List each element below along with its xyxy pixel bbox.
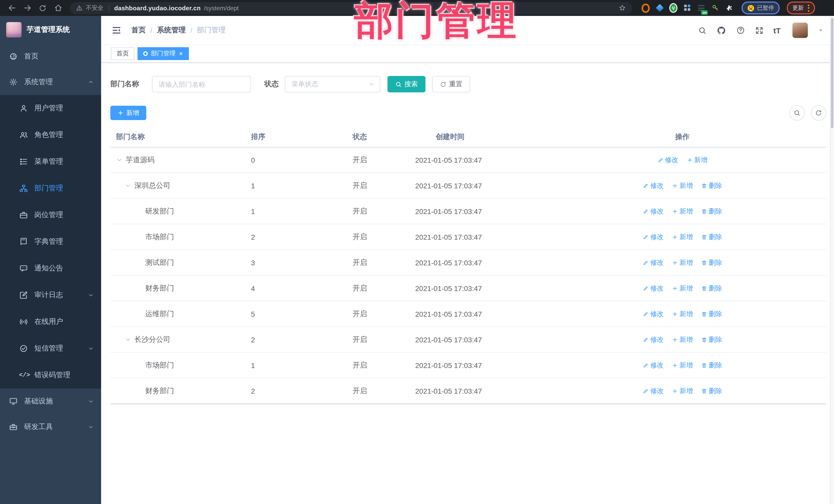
extension-blue-drop-icon[interactable] (655, 4, 664, 12)
tree-expand-icon[interactable] (116, 156, 123, 163)
kebab-menu-icon[interactable] (808, 4, 809, 12)
edit-link[interactable]: 修改 (642, 258, 664, 267)
scrollbar[interactable] (830, 16, 834, 504)
address-bar[interactable]: 不安全 dashboard.yudao.iocoder.cn/system/de… (70, 2, 632, 14)
security-label[interactable]: 不安全 (86, 4, 104, 12)
refresh-table-button[interactable] (811, 105, 826, 120)
sidebar-item-label: 审计日志 (35, 290, 82, 300)
sidebar-item-infra[interactable]: 基础设施 (0, 389, 101, 414)
page-content: 部门名称 状态 菜单状态 搜索 重置 (101, 63, 834, 504)
add-button[interactable]: 新增 (110, 106, 146, 120)
caret-down-icon[interactable] (817, 27, 824, 34)
actions-cell: 修改新增删除 (539, 284, 826, 293)
reload-icon[interactable] (36, 1, 49, 15)
delete-link[interactable]: 删除 (701, 335, 722, 344)
delete-link[interactable]: 删除 (701, 206, 722, 216)
users-icon (19, 130, 28, 139)
tab-home[interactable]: 首页 (111, 47, 134, 60)
profile-chip[interactable]: 已暂停 (742, 2, 780, 14)
add-link[interactable]: 新增 (672, 386, 693, 395)
add-link[interactable]: 新增 (686, 155, 707, 165)
sidebar-item-audit[interactable]: 审计日志 (0, 282, 101, 308)
back-icon[interactable] (5, 1, 19, 15)
edit-link[interactable]: 修改 (642, 284, 664, 293)
sidebar-item-user[interactable]: 用户管理 (0, 95, 101, 122)
add-link[interactable]: 新增 (672, 335, 693, 344)
edit-link[interactable]: 修改 (642, 309, 664, 319)
edit-link[interactable]: 修改 (642, 360, 664, 370)
fullscreen-icon[interactable] (755, 26, 764, 35)
add-link[interactable]: 新增 (672, 232, 693, 241)
sidebar-item-role[interactable]: 角色管理 (0, 122, 101, 148)
add-link[interactable]: 新增 (672, 206, 693, 216)
delete-link[interactable]: 删除 (701, 360, 722, 370)
edit-link[interactable]: 修改 (642, 181, 664, 190)
edit-link[interactable]: 修改 (642, 232, 664, 241)
breadcrumb-system[interactable]: 系统管理 (157, 26, 186, 35)
delete-link[interactable]: 删除 (701, 386, 722, 395)
scrollbar-thumb[interactable] (831, 18, 833, 128)
annotation-title: 部门管理 (354, 1, 518, 40)
forward-icon[interactable] (21, 1, 34, 15)
app-logo[interactable]: 芋道管理系统 (0, 16, 101, 44)
sort-cell: 4 (246, 284, 348, 292)
delete-link[interactable]: 删除 (701, 232, 722, 241)
delete-link[interactable]: 删除 (701, 309, 722, 319)
search-icon (793, 109, 800, 116)
delete-link[interactable]: 删除 (701, 284, 722, 293)
tree-expand-icon[interactable] (125, 182, 131, 189)
extension-grid-icon[interactable] (683, 4, 691, 12)
edit-link[interactable]: 修改 (642, 386, 664, 395)
gear-icon (9, 78, 18, 87)
help-icon[interactable] (736, 26, 745, 35)
extension-key-icon[interactable] (711, 4, 719, 12)
delete-link[interactable]: 删除 (701, 181, 722, 190)
edit-link[interactable]: 修改 (642, 206, 664, 216)
tab-close-icon[interactable] (179, 51, 183, 56)
breadcrumb-separator: / (191, 26, 193, 35)
dept-name-input[interactable] (152, 76, 251, 92)
extension-tampermonkey-icon[interactable]: on (697, 4, 705, 12)
breadcrumb-home[interactable]: 首页 (131, 26, 146, 35)
chevron-down-icon (88, 424, 94, 430)
sidebar-item-online[interactable]: 在线用户 (0, 308, 101, 335)
status-select[interactable]: 菜单状态 (285, 76, 380, 92)
sidebar-item-menu[interactable]: 菜单管理 (0, 148, 101, 175)
sidebar-item-notice[interactable]: 通知公告 (0, 255, 101, 282)
add-link[interactable]: 新增 (672, 284, 693, 293)
sidebar-item-dict[interactable]: 字典管理 (0, 228, 101, 255)
edit-link[interactable]: 修改 (642, 335, 664, 344)
sidebar-item-system[interactable]: 系统管理 (0, 69, 101, 95)
edit-link[interactable]: 修改 (657, 155, 678, 165)
search-button[interactable]: 搜索 (388, 76, 425, 92)
sidebar-item-home[interactable]: 首页 (0, 44, 101, 69)
show-search-button[interactable] (789, 105, 805, 120)
sidebar-item-post[interactable]: 岗位管理 (0, 202, 101, 228)
extension-green-v-icon[interactable]: V (669, 4, 678, 12)
add-link[interactable]: 新增 (672, 309, 693, 319)
sidebar-item-errcode[interactable]: </>错误码管理 (0, 362, 101, 389)
bookmark-star-icon[interactable] (618, 4, 626, 12)
search-icon[interactable] (698, 26, 707, 35)
home-icon[interactable] (51, 1, 65, 15)
book-icon (19, 237, 28, 246)
extensions-puzzle-icon[interactable] (725, 4, 733, 12)
sidebar-item-dept[interactable]: 部门管理 (0, 175, 101, 202)
github-icon[interactable] (717, 25, 726, 35)
plus-icon (672, 285, 678, 291)
user-avatar[interactable] (792, 23, 808, 38)
sidebar-item-tools[interactable]: 研发工具 (0, 414, 101, 440)
sidebar-item-sms[interactable]: 短信管理 (0, 335, 101, 362)
add-link[interactable]: 新增 (672, 181, 693, 190)
font-size-icon[interactable]: tT (773, 26, 781, 35)
url-host[interactable]: dashboard.yudao.iocoder.cn (114, 4, 201, 12)
add-link[interactable]: 新增 (672, 258, 693, 267)
add-link[interactable]: 新增 (672, 360, 693, 370)
update-button[interactable]: 更新 (787, 2, 815, 14)
sidebar-toggle-icon[interactable] (111, 25, 122, 36)
tree-expand-icon[interactable] (125, 336, 131, 343)
reset-button[interactable]: 重置 (432, 76, 470, 92)
delete-link[interactable]: 删除 (701, 258, 722, 267)
tab-dept-management[interactable]: 部门管理 (137, 47, 189, 60)
extension-orange-icon[interactable] (641, 4, 650, 12)
